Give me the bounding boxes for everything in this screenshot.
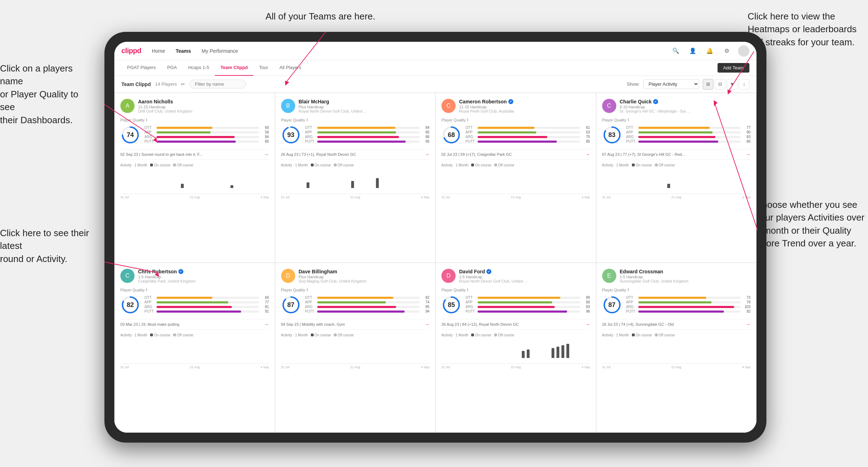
filter-button[interactable]: ▼ (727, 79, 737, 90)
score-circle[interactable]: 74 (120, 125, 140, 145)
player-handicap: 1-5 Handicap (620, 275, 751, 279)
user-icon[interactable]: 👤 (687, 45, 698, 57)
nav-item-home[interactable]: Home (152, 47, 165, 55)
player-name[interactable]: Dave Billingham (299, 269, 430, 274)
latest-round[interactable]: 07 Aug 23 | 77 (+7), St George's Hill GC… (602, 149, 751, 160)
score-circle[interactable]: 82 (120, 295, 140, 315)
latest-round[interactable]: 02 Sep 23 | Sunset round to get back int… (120, 149, 269, 160)
edit-icon[interactable]: ✏ (181, 81, 185, 87)
latest-round[interactable]: 02 Jul 23 | 59 (+17), Craigmillar Park G… (441, 149, 590, 160)
player-card[interactable]: D Dave Billingham Plus Handicap Soq Magi… (275, 263, 436, 433)
player-name[interactable]: Cameron Robertson ✓ (459, 99, 590, 104)
settings-icon[interactable]: ⚙ (721, 45, 732, 57)
latest-round[interactable]: 26 Aug 23 | 84 (+12), Royal North Devon … (441, 319, 590, 330)
score-value: 85 (448, 301, 455, 309)
score-circle[interactable]: 87 (281, 295, 301, 315)
latest-round[interactable]: 03 Mar 23 | 19, Must make putting → (120, 319, 269, 330)
stat-value: 79 (743, 300, 750, 304)
stat-bar-fill (638, 297, 706, 299)
player-header: C Charlie Quick ✓ 6-10 Handicap St. Geor… (602, 99, 751, 113)
player-handicap: 1-5 Handicap (138, 275, 269, 279)
stat-value: 61 (582, 126, 590, 130)
player-card[interactable]: C Chris Robertson ✓ 1-5 Handicap Craigmi… (114, 263, 275, 433)
stat-bar-fill (638, 311, 724, 313)
stat-row: OTT 84 (305, 126, 430, 130)
filter-input[interactable] (189, 80, 246, 89)
stat-row: OTT 77 (626, 126, 751, 130)
round-arrow-icon: → (585, 152, 590, 157)
stat-row: ARG 83 (626, 135, 751, 139)
score-circle[interactable]: 93 (281, 125, 301, 145)
latest-round[interactable]: 04 Sep 23 | Mobility with coach, Gym → (281, 319, 430, 330)
player-name[interactable]: Aaron Nicholls (138, 99, 269, 104)
player-card[interactable]: C Cameron Robertson ✓ 11-15 Handicap Roy… (435, 93, 596, 263)
chart-dates: 31 Jul 21 Aug 4 Sep (120, 365, 269, 369)
player-name[interactable]: David Ford ✓ (459, 269, 590, 274)
stat-row: APP 80 (466, 300, 590, 304)
bar-on-course (181, 184, 184, 188)
chart-bar (561, 345, 565, 358)
player-name[interactable]: Charlie Quick ✓ (620, 99, 751, 104)
bar-on-course (552, 348, 554, 358)
chart-area (602, 169, 751, 194)
latest-round[interactable]: 26 Aug 23 | 73 (+1), Royal North Devon G… (281, 149, 430, 160)
grid-view-button[interactable]: ⊞ (703, 79, 713, 90)
stat-row: OTT 60 (144, 296, 269, 300)
tab-team-clippd[interactable]: Team Clippd (215, 60, 253, 76)
chart-area (120, 169, 269, 194)
stat-bar-fill (638, 136, 715, 138)
stat-row: ARG 75 (466, 135, 590, 139)
bell-icon[interactable]: 🔔 (704, 45, 715, 57)
chart-date-start: 31 Jul (120, 365, 129, 369)
activity-label: Activity · 1 Month On course Off course (441, 163, 590, 167)
user-avatar[interactable] (738, 45, 749, 57)
stat-label: ARG (466, 305, 475, 309)
stat-bar-bg (638, 136, 741, 138)
score-circle[interactable]: 87 (602, 295, 622, 315)
stat-row: OTT 61 (466, 126, 590, 130)
nav-item-my-performance[interactable]: My Performance (202, 47, 238, 55)
stat-bar-bg (156, 127, 259, 129)
sort-button[interactable]: ↕ (739, 79, 749, 90)
stat-row: ARG 81 (144, 305, 269, 309)
team-title: Team Clippd (121, 81, 151, 87)
player-name[interactable]: Blair McHarg (299, 99, 430, 104)
player-card[interactable]: B Blair McHarg Plus Handicap Royal North… (275, 93, 436, 263)
player-card[interactable]: E Edward Crossman 1-5 Handicap Sunningda… (596, 263, 757, 433)
search-icon[interactable]: 🔍 (670, 45, 681, 57)
add-team-button[interactable]: Add Team (718, 63, 749, 73)
stat-label: PUTT (466, 139, 475, 143)
tab-tour[interactable]: Tour (253, 60, 274, 76)
latest-round[interactable]: 18 Jul 23 | 74 (+4), Sunningdale GC - Ol… (602, 319, 751, 330)
player-header: C Cameron Robertson ✓ 11-15 Handicap Roy… (441, 99, 590, 113)
stat-bar-fill (156, 141, 236, 143)
list-view-button[interactable]: ⊟ (715, 79, 725, 90)
tab-hcaps[interactable]: Hcaps 1-5 (183, 60, 215, 76)
chart-area (602, 339, 751, 364)
activity-section: Activity · 1 Month On course Off course (441, 333, 590, 369)
player-card[interactable]: A Aaron Nicholls 11-15 Handicap Drift Go… (114, 93, 275, 263)
stat-bar-fill (478, 311, 567, 313)
chart-date-start: 31 Jul (602, 365, 611, 369)
show-select[interactable]: Player Activity Quality Score Trend (643, 79, 699, 89)
score-circle[interactable]: 83 (602, 125, 622, 145)
score-circle[interactable]: 85 (441, 295, 461, 315)
nav-item-teams[interactable]: Teams (176, 47, 191, 55)
stat-label: ARG (626, 305, 636, 309)
player-card[interactable]: C Charlie Quick ✓ 6-10 Handicap St. Geor… (596, 93, 757, 263)
stat-bars: OTT 60 APP 58 ARG 84 PUTT 85 (144, 126, 269, 144)
tab-pgat-players[interactable]: PGAT Players (121, 60, 161, 76)
player-name[interactable]: Chris Robertson ✓ (138, 269, 269, 274)
chart-bar (667, 184, 671, 188)
stat-bar-fill (317, 297, 394, 299)
quality-section: Player Quality ℹ 83 OTT 77 APP 80 (602, 118, 751, 145)
player-avatar: B (281, 99, 295, 113)
score-circle[interactable]: 68 (441, 125, 461, 145)
player-name[interactable]: Edward Crossman (620, 269, 751, 274)
tab-pga[interactable]: PGA (161, 60, 182, 76)
stat-label: PUTT (144, 139, 154, 143)
stat-bar-bg (478, 297, 580, 299)
player-card[interactable]: D David Ford ✓ 1-5 Handicap Royal North … (435, 263, 596, 433)
tab-all-players[interactable]: All Players (274, 60, 307, 76)
quality-label: Player Quality ℹ (602, 287, 751, 292)
